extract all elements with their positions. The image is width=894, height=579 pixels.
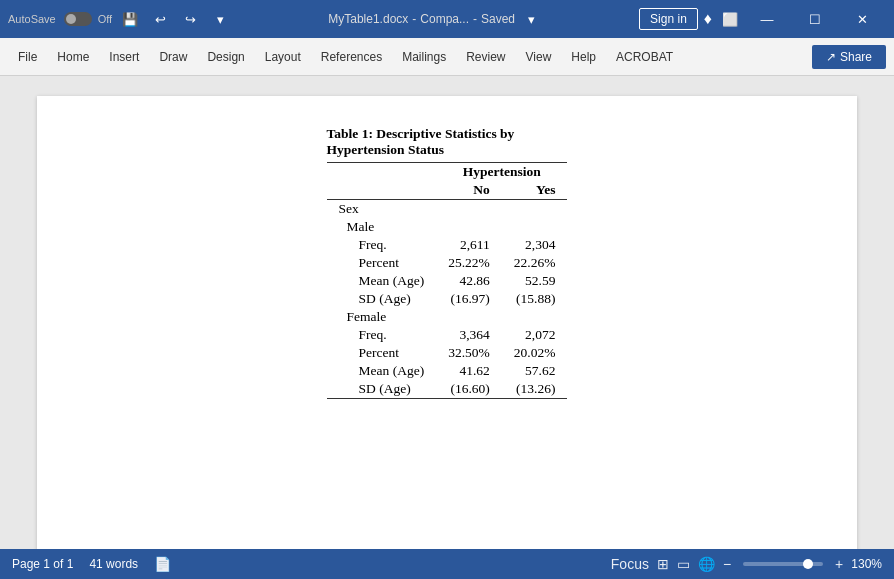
- row-yes: [502, 200, 568, 219]
- minimize-button[interactable]: —: [744, 0, 790, 38]
- row-yes: 52.59: [502, 272, 568, 290]
- document-area: Table 1: Descriptive Statistics by Hyper…: [0, 76, 894, 549]
- row-no: [436, 308, 502, 326]
- row-label: Percent: [327, 254, 437, 272]
- col-no-header: No: [436, 181, 502, 200]
- row-label: Percent: [327, 344, 437, 362]
- status-right: Focus ⊞ ▭ 🌐 − + 130%: [611, 556, 882, 572]
- table-row: SD (Age) (16.60) (13.26): [327, 380, 568, 399]
- row-no: 32.50%: [436, 344, 502, 362]
- ribbon-review[interactable]: Review: [456, 44, 515, 70]
- ribbon-acrobat[interactable]: ACROBAT: [606, 44, 683, 70]
- table-caption: Table 1: Descriptive Statistics by Hyper…: [327, 126, 568, 162]
- row-no: 25.22%: [436, 254, 502, 272]
- status-bar: Page 1 of 1 41 words 📄 Focus ⊞ ▭ 🌐 − + 1…: [0, 549, 894, 579]
- focus-label[interactable]: Focus: [611, 556, 649, 572]
- zoom-slider-thumb: [803, 559, 813, 569]
- table-row: SD (Age) (16.97) (15.88): [327, 290, 568, 308]
- ribbon: File Home Insert Draw Design Layout Refe…: [0, 38, 894, 76]
- title-bar-center: MyTable1.docx - Compa... - Saved ▾: [328, 7, 543, 31]
- row-no: 3,364: [436, 326, 502, 344]
- ribbon-menu: File Home Insert Draw Design Layout Refe…: [8, 44, 812, 70]
- row-label: Freq.: [327, 236, 437, 254]
- row-no: 42.86: [436, 272, 502, 290]
- table-row: Freq. 3,364 2,072: [327, 326, 568, 344]
- zoom-level: 130%: [851, 557, 882, 571]
- row-yes: 2,072: [502, 326, 568, 344]
- row-label: Male: [327, 218, 437, 236]
- table-row: Sex: [327, 200, 568, 219]
- share-label: Share: [840, 50, 872, 64]
- zoom-slider[interactable]: [743, 562, 823, 566]
- row-yes: (13.26): [502, 380, 568, 399]
- ribbon-home[interactable]: Home: [47, 44, 99, 70]
- appname: Compa...: [420, 12, 469, 26]
- diamond-icon: ♦: [704, 10, 712, 28]
- separator1: -: [412, 12, 416, 26]
- page-info: Page 1 of 1: [12, 557, 73, 571]
- ribbon-references[interactable]: References: [311, 44, 392, 70]
- col-label-header: [327, 163, 437, 182]
- web-view-icon[interactable]: 🌐: [698, 556, 715, 572]
- row-no: 41.62: [436, 362, 502, 380]
- maximize-button[interactable]: ☐: [792, 0, 838, 38]
- customize-button[interactable]: ▾: [208, 7, 232, 31]
- layout-button[interactable]: ⬜: [718, 7, 742, 31]
- row-label: SD (Age): [327, 290, 437, 308]
- table-row: Percent 25.22% 22.26%: [327, 254, 568, 272]
- row-yes: 57.62: [502, 362, 568, 380]
- autosave-toggle[interactable]: [64, 12, 92, 26]
- ribbon-view[interactable]: View: [516, 44, 562, 70]
- separator2: -: [473, 12, 477, 26]
- sign-in-button[interactable]: Sign in: [639, 8, 698, 30]
- ribbon-file[interactable]: File: [8, 44, 47, 70]
- table-row: Percent 32.50% 20.02%: [327, 344, 568, 362]
- redo-button[interactable]: ↪: [178, 7, 202, 31]
- col-yes-header: Yes: [502, 181, 568, 200]
- ribbon-design[interactable]: Design: [197, 44, 254, 70]
- row-yes: 22.26%: [502, 254, 568, 272]
- title-bar-left: AutoSave Off 💾 ↩ ↪ ▾: [8, 7, 232, 31]
- row-no: [436, 200, 502, 219]
- ribbon-draw[interactable]: Draw: [149, 44, 197, 70]
- row-label: Mean (Age): [327, 362, 437, 380]
- statistics-table: Table 1: Descriptive Statistics by Hyper…: [327, 126, 568, 399]
- title-bar: AutoSave Off 💾 ↩ ↪ ▾ MyTable1.docx - Com…: [0, 0, 894, 38]
- row-yes: (15.88): [502, 290, 568, 308]
- table-row: Male: [327, 218, 568, 236]
- zoom-plus-icon[interactable]: +: [835, 556, 843, 572]
- table-row: Female: [327, 308, 568, 326]
- share-button[interactable]: ↗ Share: [812, 45, 886, 69]
- autosave-label: AutoSave: [8, 13, 56, 25]
- col-hypertension-header: Hypertension: [436, 163, 567, 182]
- row-label: Sex: [327, 200, 437, 219]
- col-empty-header: [327, 181, 437, 200]
- zoom-minus-icon[interactable]: −: [723, 556, 731, 572]
- autosave-knob: [66, 14, 76, 24]
- status-left: Page 1 of 1 41 words 📄: [12, 556, 171, 572]
- saved-dropdown[interactable]: ▾: [519, 7, 543, 31]
- undo-button[interactable]: ↩: [148, 7, 172, 31]
- row-label: Mean (Age): [327, 272, 437, 290]
- row-yes: [502, 218, 568, 236]
- table-row: Mean (Age) 41.62 57.62: [327, 362, 568, 380]
- close-button[interactable]: ✕: [840, 0, 886, 38]
- ribbon-insert[interactable]: Insert: [99, 44, 149, 70]
- autosave-state: Off: [98, 13, 112, 25]
- row-no: 2,611: [436, 236, 502, 254]
- ribbon-layout[interactable]: Layout: [255, 44, 311, 70]
- page-view-icon[interactable]: ▭: [677, 556, 690, 572]
- row-label: Freq.: [327, 326, 437, 344]
- document-check-icon[interactable]: 📄: [154, 556, 171, 572]
- row-no: (16.60): [436, 380, 502, 399]
- row-yes: [502, 308, 568, 326]
- saved-label: Saved: [481, 12, 515, 26]
- ribbon-help[interactable]: Help: [561, 44, 606, 70]
- ribbon-mailings[interactable]: Mailings: [392, 44, 456, 70]
- row-yes: 2,304: [502, 236, 568, 254]
- table-row: Mean (Age) 42.86 52.59: [327, 272, 568, 290]
- grid-view-icon[interactable]: ⊞: [657, 556, 669, 572]
- save-button[interactable]: 💾: [118, 7, 142, 31]
- row-label: Female: [327, 308, 437, 326]
- table-row: Freq. 2,611 2,304: [327, 236, 568, 254]
